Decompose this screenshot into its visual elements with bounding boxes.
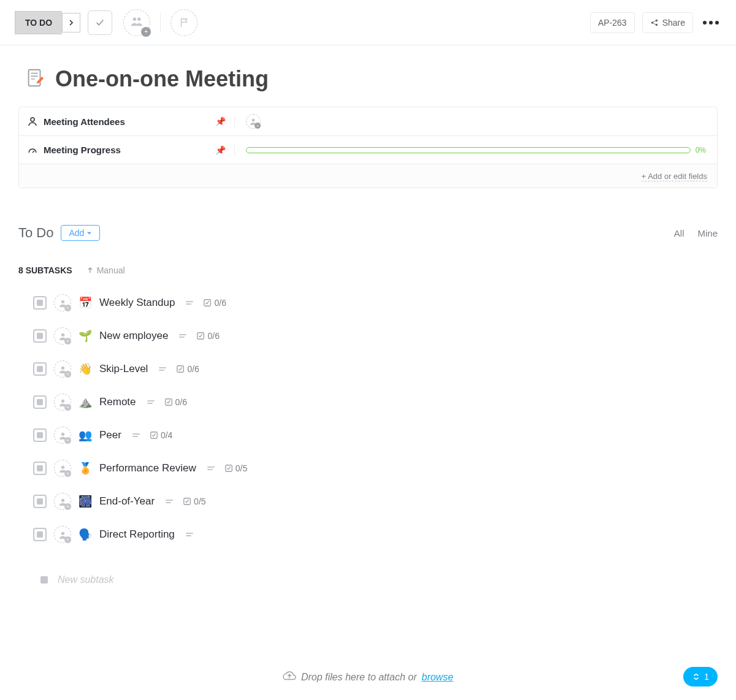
assignee-button[interactable]: + bbox=[54, 526, 71, 543]
subtask-name[interactable]: Direct Reporting bbox=[99, 528, 175, 541]
subtask-item[interactable]: +📅Weekly Standup0/6 bbox=[33, 286, 718, 319]
checklist-count: 0/6 bbox=[203, 298, 226, 308]
status-square[interactable] bbox=[33, 462, 47, 475]
status-square[interactable] bbox=[33, 395, 47, 409]
subtask-name[interactable]: Skip-Level bbox=[99, 363, 148, 375]
add-attendee-button[interactable]: + bbox=[246, 114, 261, 129]
share-icon bbox=[650, 18, 659, 27]
status-next-button[interactable] bbox=[62, 13, 80, 32]
subtask-item[interactable]: +🎆End-of-Year0/5 bbox=[33, 485, 718, 518]
assignee-button[interactable]: + bbox=[54, 327, 71, 344]
assignee-button[interactable]: + bbox=[54, 427, 71, 444]
description-icon[interactable] bbox=[207, 466, 215, 470]
section-title: To Do bbox=[18, 225, 53, 241]
subtask-name[interactable]: New employee bbox=[99, 330, 168, 342]
share-label: Share bbox=[662, 18, 685, 28]
new-subtask-input[interactable]: New subtask bbox=[40, 566, 718, 594]
description-icon[interactable] bbox=[147, 400, 155, 404]
subtask-list: +📅Weekly Standup0/6+🌱New employee0/6+👋Sk… bbox=[33, 286, 718, 551]
subtask-name[interactable]: Weekly Standup bbox=[99, 297, 175, 309]
description-icon[interactable] bbox=[179, 334, 186, 338]
filter-mine[interactable]: Mine bbox=[697, 228, 718, 238]
svg-point-20 bbox=[61, 498, 64, 501]
subtask-item[interactable]: +🗣️Direct Reporting bbox=[33, 518, 718, 551]
subtask-emoji: 🏅 bbox=[79, 462, 92, 475]
subtask-name[interactable]: Performance Review bbox=[99, 462, 196, 474]
status-square[interactable] bbox=[33, 528, 47, 541]
add-subtask-button[interactable]: Add bbox=[61, 225, 100, 241]
checklist-count: 0/5 bbox=[183, 496, 205, 506]
status-square[interactable] bbox=[33, 428, 47, 442]
pin-icon[interactable]: 📌 bbox=[215, 116, 226, 126]
subtask-emoji: 🗣️ bbox=[79, 528, 92, 541]
status-square[interactable] bbox=[33, 495, 47, 508]
description-icon[interactable] bbox=[132, 433, 140, 437]
checklist-count: 0/4 bbox=[150, 430, 172, 440]
svg-point-22 bbox=[61, 531, 64, 535]
chevron-down-icon bbox=[86, 230, 92, 236]
subtask-name[interactable]: Remote bbox=[99, 396, 136, 408]
subtask-name[interactable]: End-of-Year bbox=[99, 495, 155, 508]
subtask-item[interactable]: +👋Skip-Level0/6 bbox=[33, 352, 718, 386]
svg-point-8 bbox=[61, 300, 64, 303]
description-icon[interactable] bbox=[186, 533, 193, 536]
description-icon[interactable] bbox=[159, 367, 166, 371]
complete-button[interactable] bbox=[88, 10, 112, 35]
gauge-icon bbox=[28, 145, 37, 155]
plus-icon: + bbox=[141, 27, 151, 37]
description-icon[interactable] bbox=[166, 500, 173, 503]
subtask-item[interactable]: +👥Peer0/4 bbox=[33, 419, 718, 452]
progress-bar[interactable] bbox=[246, 147, 691, 153]
divider bbox=[160, 13, 161, 32]
document-pencil-icon bbox=[25, 67, 45, 91]
checklist-count: 0/6 bbox=[164, 397, 187, 407]
subtask-emoji: ⛰️ bbox=[79, 395, 92, 409]
status-square[interactable] bbox=[33, 329, 47, 343]
status-square[interactable] bbox=[33, 362, 47, 376]
checklist-count: 0/6 bbox=[196, 331, 219, 341]
field-attendees-label: Meeting Attendees 📌 bbox=[19, 116, 235, 127]
description-icon[interactable] bbox=[186, 301, 193, 305]
top-toolbar: TO DO + AP-263 Share bbox=[0, 0, 736, 45]
assignee-button[interactable]: + bbox=[54, 460, 71, 477]
filter-all[interactable]: All bbox=[674, 228, 684, 238]
status-square[interactable] bbox=[33, 296, 47, 310]
subtask-item[interactable]: +⛰️Remote0/6 bbox=[33, 386, 718, 419]
svg-point-3 bbox=[655, 19, 657, 21]
priority-button[interactable] bbox=[171, 9, 197, 36]
status-square-icon bbox=[40, 576, 48, 584]
status-button[interactable]: TO DO bbox=[15, 11, 62, 34]
assignee-button[interactable]: + bbox=[54, 394, 71, 411]
people-icon bbox=[130, 15, 144, 31]
subtask-item[interactable]: +🌱New employee0/6 bbox=[33, 319, 718, 352]
progress-value: 0% bbox=[696, 146, 706, 154]
field-progress-label: Meeting Progress 📌 bbox=[19, 145, 235, 155]
custom-fields: Meeting Attendees 📌 + Meeting Progress 📌… bbox=[18, 107, 718, 188]
arrow-up-icon bbox=[87, 267, 93, 273]
subtask-count: 8 SUBTASKS bbox=[18, 265, 72, 275]
pin-icon[interactable]: 📌 bbox=[215, 145, 226, 155]
share-button[interactable]: Share bbox=[642, 12, 693, 33]
assignee-button[interactable]: + bbox=[54, 360, 71, 378]
svg-rect-5 bbox=[29, 70, 40, 86]
subtask-name[interactable]: Peer bbox=[99, 429, 121, 441]
add-fields-link[interactable]: + Add or edit fields bbox=[642, 172, 707, 181]
svg-point-7 bbox=[252, 119, 255, 122]
subtasks-info: 8 SUBTASKS Manual bbox=[18, 265, 718, 275]
person-icon bbox=[28, 116, 37, 126]
ticket-id[interactable]: AP-263 bbox=[590, 12, 635, 33]
assignees-button[interactable]: + bbox=[123, 9, 150, 36]
svg-point-6 bbox=[31, 118, 34, 121]
sort-button[interactable]: Manual bbox=[87, 265, 125, 275]
subtask-item[interactable]: +🏅Performance Review0/5 bbox=[33, 452, 718, 485]
assignee-button[interactable]: + bbox=[54, 493, 71, 510]
subtask-emoji: 📅 bbox=[79, 296, 92, 310]
subtask-emoji: 🌱 bbox=[79, 329, 92, 343]
more-menu-button[interactable] bbox=[700, 18, 721, 27]
assignee-button[interactable]: + bbox=[54, 294, 71, 311]
svg-point-0 bbox=[133, 17, 137, 20]
task-title[interactable]: One-on-one Meeting bbox=[55, 66, 269, 92]
svg-point-4 bbox=[655, 23, 657, 26]
svg-point-16 bbox=[61, 432, 64, 435]
subtask-emoji: 🎆 bbox=[79, 495, 92, 508]
